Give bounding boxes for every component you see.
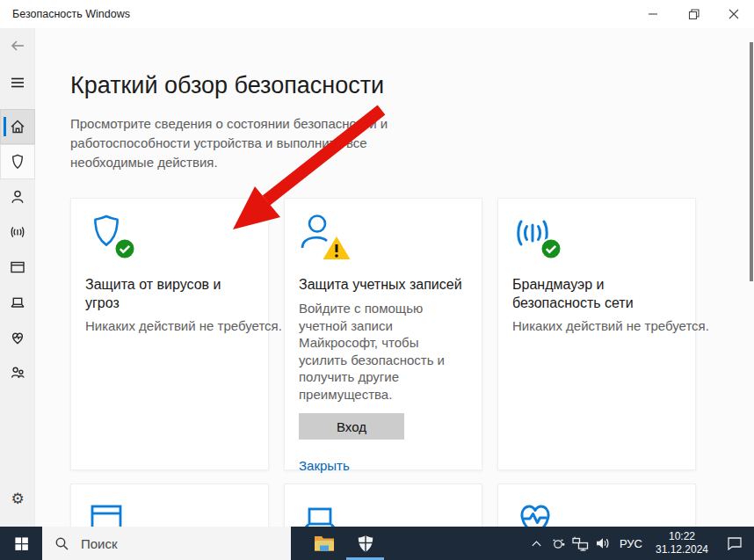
wireless-signal-icon <box>9 223 26 241</box>
person-icon <box>9 188 26 206</box>
card-status: Никаких действий не требуется. <box>512 318 681 333</box>
taskbar-defender-button[interactable] <box>344 527 386 560</box>
page-title: Краткий обзор безопасности <box>70 72 384 99</box>
back-button[interactable] <box>0 28 35 63</box>
network-icon <box>572 536 589 551</box>
minimize-button[interactable] <box>633 0 673 28</box>
home-icon <box>9 118 26 135</box>
gear-icon: ⚙ <box>11 491 24 506</box>
chevron-up-icon <box>530 537 543 550</box>
card-account-protection[interactable]: Защита учетных записей Войдите с помощью… <box>284 198 482 470</box>
sidebar-item-device-health[interactable] <box>0 320 35 355</box>
tray-clock[interactable]: 10:22 31.12.2024 <box>649 530 715 556</box>
start-button[interactable] <box>0 527 42 560</box>
sidebar-item-home[interactable] <box>0 109 35 144</box>
sidebar-item-account-protection[interactable] <box>0 179 35 215</box>
card-title: Брандмауэр и безопасность сети <box>512 275 681 312</box>
warning-badge <box>322 235 352 261</box>
dismiss-link[interactable]: Закрыть <box>299 458 350 473</box>
main-content: Краткий обзор безопасности Просмотрите с… <box>35 28 754 527</box>
laptop-icon <box>299 498 348 527</box>
tray-show-hidden-icons-button[interactable] <box>526 527 547 560</box>
action-center-button[interactable] <box>715 527 754 560</box>
sidebar-item-virus-threat-protection[interactable] <box>0 144 35 179</box>
windows-security-window: Безопасность Windows <box>0 0 754 560</box>
search-input[interactable] <box>79 535 258 552</box>
heart-pulse-icon <box>512 498 562 527</box>
taskbar-file-explorer-button[interactable] <box>303 527 344 560</box>
restore-icon <box>688 9 700 20</box>
card-status: Никаких действий не требуется. <box>85 318 254 333</box>
check-ok-badge <box>112 236 137 261</box>
card-title: Защита от вирусов и угроз <box>85 275 254 312</box>
card-firewall-network[interactable]: Брандмауэр и безопасность сети Никаких д… <box>497 198 696 470</box>
tray-device-button[interactable] <box>547 527 569 560</box>
card-device-security[interactable] <box>284 484 482 527</box>
back-arrow-icon <box>9 37 26 55</box>
search-icon <box>54 536 69 551</box>
check-ok-badge <box>539 236 563 261</box>
heart-pulse-icon <box>9 329 26 346</box>
shield-icon <box>9 153 26 171</box>
card-body: Войдите с помощью учетной записи Майкрос… <box>299 300 469 403</box>
card-app-browser-control[interactable] <box>70 484 269 527</box>
tray-network-button[interactable] <box>569 527 591 560</box>
windows-logo-icon <box>14 536 29 551</box>
family-icon <box>9 364 26 382</box>
card-title: Защита учетных записей <box>299 275 468 294</box>
close-icon <box>729 9 739 19</box>
selected-accent-bar <box>4 117 6 136</box>
tray-volume-button[interactable] <box>591 527 613 560</box>
vertical-scrollbar-thumb[interactable] <box>750 42 753 281</box>
tray-language-indicator[interactable]: РУС <box>613 537 649 550</box>
clock-time: 10:22 <box>649 530 715 543</box>
sidebar-item-family-options[interactable] <box>0 355 35 390</box>
person-icon <box>299 212 348 258</box>
laptop-icon <box>9 294 26 311</box>
volume-icon <box>595 536 611 550</box>
sidebar-item-app-browser-control[interactable] <box>0 250 35 285</box>
action-center-icon <box>727 536 743 550</box>
menu-button[interactable] <box>0 65 35 100</box>
file-explorer-icon <box>314 534 335 553</box>
close-button[interactable] <box>714 0 754 28</box>
sidebar: ⚙ <box>0 28 35 527</box>
app-window-icon <box>9 258 26 276</box>
tablet-device-icon <box>551 536 566 551</box>
sign-in-button[interactable]: Вход <box>299 413 404 440</box>
hamburger-menu-icon <box>9 74 26 91</box>
clock-date: 31.12.2024 <box>649 543 715 556</box>
window-title: Безопасность Windows <box>12 8 130 20</box>
taskbar: РУС 10:22 31.12.2024 <box>0 527 754 560</box>
app-window-icon <box>85 498 134 527</box>
sidebar-item-device-security[interactable] <box>0 285 35 320</box>
window-controls <box>633 0 754 28</box>
shield-icon <box>85 212 134 258</box>
sidebar-item-firewall-network[interactable] <box>0 215 35 250</box>
wireless-signal-icon <box>512 212 562 258</box>
card-virus-threat-protection[interactable]: Защита от вирусов и угроз Никаких действ… <box>70 198 269 470</box>
title-bar: Безопасность Windows <box>0 0 754 28</box>
sidebar-item-settings[interactable]: ⚙ <box>0 481 35 516</box>
minimize-icon <box>648 9 658 19</box>
taskbar-search-box[interactable] <box>42 527 291 560</box>
restore-button[interactable] <box>673 0 714 28</box>
card-device-health[interactable] <box>497 484 696 527</box>
defender-shield-icon <box>357 535 374 553</box>
page-description: Просмотрите сведения о состоянии безопас… <box>70 114 443 172</box>
cards-grid: Защита от вирусов и угроз Никаких действ… <box>70 198 696 527</box>
